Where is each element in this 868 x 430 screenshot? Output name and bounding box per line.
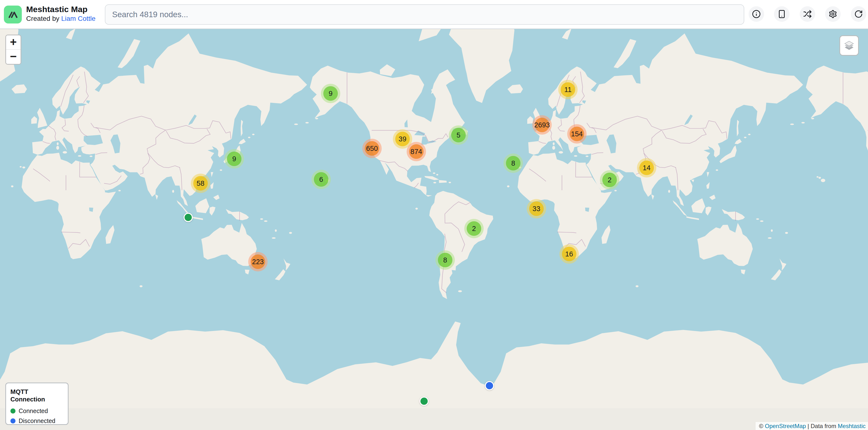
cluster-count: 33 — [529, 201, 544, 216]
cluster-count: 8 — [438, 253, 453, 267]
cluster-marker[interactable]: 5 — [449, 125, 468, 145]
island — [801, 122, 805, 124]
node-dot-disconnected[interactable] — [485, 381, 494, 390]
search-input[interactable] — [105, 4, 744, 25]
cluster-count: 9 — [323, 86, 338, 101]
island — [436, 174, 438, 175]
copyright-text: © — [759, 423, 765, 429]
map-canvas[interactable]: 911269315439565087498145862332822316 + −… — [0, 29, 868, 430]
island — [433, 182, 436, 183]
gear-icon — [829, 10, 837, 19]
island — [760, 220, 764, 222]
island — [415, 208, 418, 210]
map-attribution: © OpenStreetMap | Data from Meshtastic — [755, 422, 868, 430]
cluster-marker[interactable]: 16 — [559, 244, 579, 264]
info-button[interactable] — [749, 6, 764, 22]
cluster-count: 2 — [602, 173, 617, 187]
island — [220, 169, 222, 171]
refresh-button[interactable] — [851, 6, 866, 22]
page-title: Meshtastic Map — [26, 4, 95, 14]
island — [559, 151, 563, 154]
cluster-marker[interactable]: 9 — [224, 149, 244, 168]
zoom-out-button[interactable]: − — [6, 49, 21, 64]
cluster-marker[interactable]: 8 — [435, 250, 455, 270]
island — [811, 118, 814, 119]
cluster-count: 39 — [395, 132, 410, 146]
cluster-marker[interactable]: 11 — [558, 80, 578, 99]
cluster-marker[interactable]: 2 — [464, 219, 484, 238]
island — [768, 237, 772, 239]
layers-icon — [843, 40, 855, 51]
island — [252, 134, 254, 135]
author-link[interactable]: Liam Cottle — [61, 15, 96, 22]
world-basemap — [0, 29, 868, 430]
island — [90, 156, 93, 157]
cluster-count: 9 — [227, 152, 242, 166]
island — [744, 137, 746, 138]
mobile-app-button[interactable] — [774, 6, 789, 22]
island — [716, 169, 718, 171]
island — [305, 122, 309, 124]
layers-control[interactable] — [839, 35, 859, 56]
cluster-count: 2 — [467, 221, 481, 236]
cluster-marker[interactable]: 33 — [527, 199, 546, 219]
island — [507, 186, 509, 188]
island — [586, 156, 589, 157]
island — [57, 142, 59, 145]
node-dot-connected[interactable] — [420, 397, 429, 406]
island — [140, 285, 143, 287]
cluster-marker[interactable]: 874 — [407, 142, 426, 161]
meshtastic-link[interactable]: Meshtastic — [838, 423, 866, 429]
byline-prefix: Created by — [26, 15, 61, 22]
island — [785, 232, 788, 234]
island — [790, 124, 794, 125]
byline: Created by Liam Cottle — [26, 14, 95, 23]
zoom-control: + − — [5, 35, 21, 65]
island — [553, 142, 555, 145]
cluster-marker[interactable]: 223 — [248, 252, 268, 271]
island — [574, 155, 578, 157]
ice-shelf — [0, 408, 868, 430]
island — [260, 219, 263, 220]
osm-link[interactable]: OpenStreetMap — [765, 423, 806, 429]
island — [821, 179, 825, 182]
title-block: Meshtastic Map Created by Liam Cottle — [26, 4, 95, 23]
cluster-marker[interactable]: 650 — [362, 139, 382, 158]
cluster-marker[interactable]: 8 — [503, 154, 523, 173]
settings-button[interactable] — [825, 6, 841, 22]
island — [668, 190, 670, 193]
cluster-marker[interactable]: 154 — [567, 124, 587, 143]
mqtt-legend: MQTT Connection ConnectedDisconnected — [5, 383, 68, 425]
cluster-count: 58 — [193, 176, 208, 191]
cluster-marker[interactable]: 9 — [321, 84, 340, 103]
zoom-in-button[interactable]: + — [6, 35, 21, 49]
cluster-marker[interactable]: 6 — [311, 170, 331, 189]
island — [614, 190, 617, 191]
island — [78, 155, 82, 157]
cluster-count: 6 — [314, 172, 329, 187]
island — [818, 177, 821, 179]
cluster-count: 874 — [409, 144, 424, 159]
shuffle-button[interactable] — [800, 6, 815, 22]
attribution-separator: | Data from — [806, 423, 838, 429]
cluster-count: 2693 — [535, 118, 549, 132]
island — [11, 186, 13, 188]
cluster-marker[interactable]: 14 — [637, 158, 656, 177]
cluster-count: 650 — [365, 141, 379, 156]
cluster-marker[interactable]: 2693 — [532, 115, 552, 135]
island — [272, 237, 276, 239]
island — [458, 290, 462, 292]
island — [636, 285, 639, 287]
island — [63, 151, 67, 154]
legend-item: Disconnected — [10, 418, 63, 424]
legend-dot-connected — [10, 408, 16, 414]
island — [248, 137, 250, 138]
node-dot-connected[interactable] — [184, 213, 193, 222]
legend-items: ConnectedDisconnected — [10, 407, 63, 424]
cluster-count: 11 — [561, 82, 575, 97]
island — [748, 134, 750, 135]
header-bar: Meshtastic Map Created by Liam Cottle — [0, 0, 868, 29]
legend-label: Disconnected — [19, 418, 55, 424]
cluster-marker[interactable]: 2 — [600, 170, 619, 190]
cluster-marker[interactable]: 58 — [191, 174, 210, 193]
